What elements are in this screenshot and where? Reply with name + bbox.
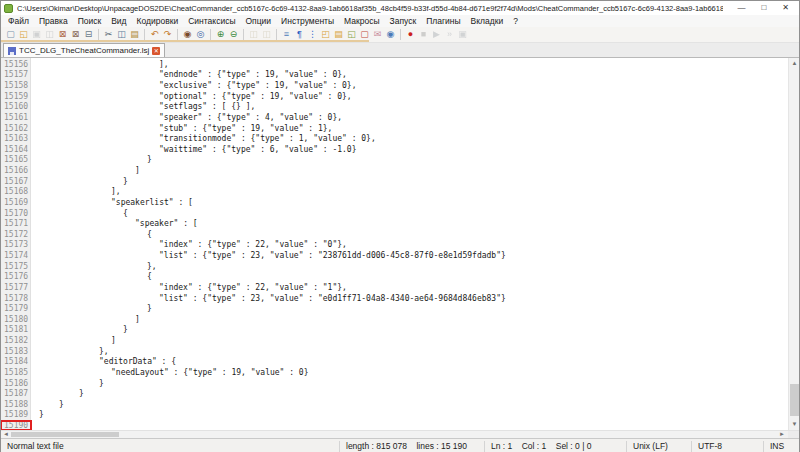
folder-workspace-icon[interactable]: ◱ [346,28,358,40]
zoom-out-icon[interactable]: ⊖ [228,28,240,40]
minimize-button[interactable]: — [737,2,745,14]
close-all-icon[interactable]: ⊠ [70,28,82,40]
menu-item-Запуск[interactable]: Запуск [385,15,422,27]
code-line[interactable]: 15168], [1,187,788,198]
scroll-right-icon[interactable]: ► [777,431,787,438]
function-list-icon[interactable]: ▤ [333,28,345,40]
code-line[interactable]: 15175}, [1,261,788,272]
code-line[interactable]: 15182] [1,335,788,346]
code-line[interactable]: 15180] [1,314,788,325]
menu-item-Поиск[interactable]: Поиск [73,15,107,27]
code-line[interactable]: 15166] [1,165,788,176]
code-line[interactable]: 15167} [1,176,788,187]
line-number: 15157 [1,70,31,79]
code-line[interactable]: 15157"endnode" : {"type" : 19, "value" :… [1,70,788,81]
code-line[interactable]: 15172{ [1,229,788,240]
menu-item-Файл[interactable]: Файл [3,15,34,27]
status-insert-mode: INS [763,441,799,452]
horizontal-scroll-thumb[interactable] [11,432,119,437]
maximize-button[interactable]: □ [761,2,766,14]
close-button[interactable]: ✕ [782,2,789,14]
menu-item-Кодировки[interactable]: Кодировки [132,15,184,27]
open-folder-icon[interactable]: ◱ [18,28,30,40]
menu-item-Вид[interactable]: Вид [106,15,131,27]
line-number: 15176 [1,272,31,281]
code-line[interactable]: 15163"transitionmode" : {"type" : 1, "va… [1,133,788,144]
zoom-in-icon[interactable]: ⊕ [215,28,227,40]
code-line[interactable]: 15165} [1,155,788,166]
scroll-up-icon[interactable]: ▲ [789,58,799,69]
code-line[interactable]: 15176{ [1,272,788,283]
menu-item-Вкладки[interactable]: Вкладки [466,15,509,27]
show-all-characters-icon[interactable]: ¶ [294,28,306,40]
macro-record-icon[interactable]: ● [405,28,417,40]
undo-icon[interactable]: ↶ [149,28,161,40]
code-area[interactable]: 15156],15157"endnode" : {"type" : 19, "v… [1,58,788,430]
menu-item-Плагины[interactable]: Плагины [421,15,465,27]
code-line[interactable]: 15159"optional" : {"type" : 19, "value" … [1,91,788,102]
menu-item-Правка[interactable]: Правка [34,15,73,27]
code-line[interactable]: 15189} [1,410,788,421]
code-line[interactable]: 15162"stub" : {"type" : 19, "value" : 1}… [1,123,788,134]
code-line[interactable]: 15185"needLayout" : {"type" : 19, "value… [1,367,788,378]
line-number: 15182 [1,336,31,345]
code-line[interactable]: 15186} [1,378,788,389]
code-line[interactable]: 15187} [1,388,788,399]
find-icon[interactable]: ◉ [182,28,194,40]
line-text: } [39,177,128,186]
code-line[interactable]: 15177"index" : {"type" : 22, "value" : "… [1,282,788,293]
code-line[interactable]: 15179} [1,303,788,314]
menu-item-Инструменты[interactable]: Инструменты [276,15,339,27]
editor-area[interactable]: 15156],15157"endnode" : {"type" : 19, "v… [1,58,799,430]
scroll-down-icon[interactable]: ▼ [789,419,799,430]
menu-item-Синтаксисы[interactable]: Синтаксисы [183,15,240,27]
code-line[interactable]: 15181} [1,325,788,336]
code-line[interactable]: 15171"speaker" : [ [1,218,788,229]
code-line[interactable]: 15156], [1,59,788,70]
document-map-icon[interactable]: ◰ [320,28,332,40]
code-line[interactable]: 15158"exclusive" : {"type" : 19, "value"… [1,80,788,91]
paste-icon[interactable]: ▤ [129,28,141,40]
code-line[interactable]: 15161"speaker" : {"type" : 4, "value" : … [1,112,788,123]
mail-plugin-icon[interactable]: ✉ [372,28,384,40]
horizontal-scrollbar[interactable]: ◄ ► [1,430,799,438]
line-text: } [39,325,128,334]
replace-icon[interactable]: ◎ [195,28,207,40]
menu-item-?[interactable]: ? [508,15,523,27]
line-text: "needLayout" : {"type" : 19, "value" : 0… [39,368,308,377]
tab-close-icon[interactable]: ✕ [152,47,160,55]
indent-guide-icon[interactable]: ⋮ [307,28,319,40]
code-line[interactable]: 15160"setflags" : [ {} ], [1,102,788,113]
user-language-icon[interactable]: ▢ [359,28,371,40]
close-file-icon[interactable]: ⊠ [57,28,69,40]
tab-title: TCC_DLG_TheCheatCommander.lsj [19,46,149,55]
code-line[interactable]: 15184"editorData" : { [1,357,788,368]
scroll-left-icon[interactable]: ◄ [1,431,11,438]
vertical-scroll-thumb[interactable] [790,384,799,416]
new-file-icon[interactable]: ▢ [5,28,17,40]
line-number: 15183 [1,347,31,356]
toolbar-wrap: ▢◱▣◫⊠⊠⊟✂◫▤↶↷◉◎⊕⊖◫◫≡¶⋮◰▤◱▢✉◉●■▶»▣ [1,27,799,43]
code-line[interactable]: 15178"list" : {"type" : 23, "value" : "e… [1,293,788,304]
code-line[interactable]: 15170{ [1,208,788,219]
cut-icon[interactable]: ✂ [103,28,115,40]
code-line[interactable]: 15188} [1,399,788,410]
print-icon[interactable]: ⊟ [83,28,95,40]
copy-icon[interactable]: ◫ [116,28,128,40]
redo-icon[interactable]: ↷ [162,28,174,40]
code-line[interactable]: 15164"waittime" : {"type" : 6, "value" :… [1,144,788,155]
menu-item-Опции[interactable]: Опции [241,15,277,27]
code-line[interactable]: 15169"speakerlist" : [ [1,197,788,208]
code-line[interactable]: 15183}, [1,346,788,357]
vertical-scrollbar[interactable]: ▲ ▼ [788,58,799,430]
tab-bar: TCC_DLG_TheCheatCommander.lsj ✕ [1,43,799,58]
tab-active-document[interactable]: TCC_DLG_TheCheatCommander.lsj ✕ [3,43,165,57]
code-line[interactable]: 15190 [1,420,788,430]
monitoring-icon[interactable]: ◉ [385,28,397,40]
line-text: } [39,304,152,313]
menu-item-Макросы[interactable]: Макросы [339,15,384,27]
code-line[interactable]: 15173"index" : {"type" : 22, "value" : "… [1,240,788,251]
line-text: }, [39,347,109,356]
word-wrap-icon[interactable]: ≡ [281,28,293,40]
code-line[interactable]: 15174"list" : {"type" : 23, "value" : "2… [1,250,788,261]
